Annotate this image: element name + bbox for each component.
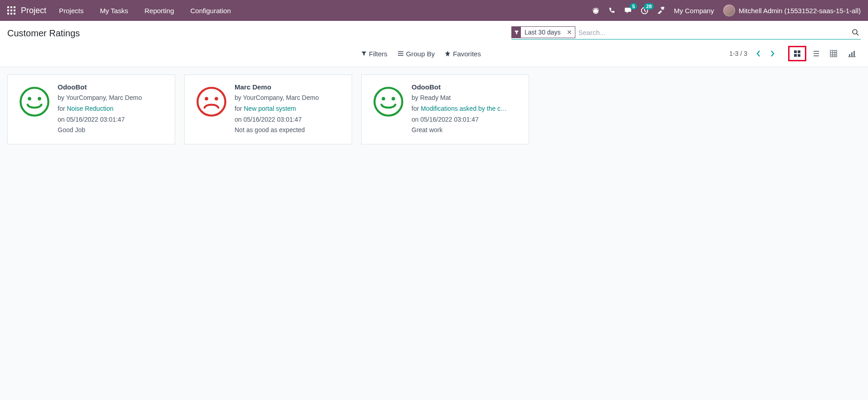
view-graph[interactable] [843,46,861,61]
pager-next[interactable] [765,50,779,57]
app-brand[interactable]: Project [21,6,46,15]
svg-rect-4 [10,10,12,11]
search-bar: Last 30 days ✕ [511,26,861,40]
filter-icon [512,27,521,38]
card-by: by YourCompany, Marc Demo [235,93,343,104]
svg-rect-1 [10,6,12,8]
groupby-button[interactable]: Group By [397,50,435,58]
svg-point-21 [28,97,31,101]
search-filter-tag: Last 30 days ✕ [511,26,575,38]
pager-text[interactable]: 1-3 / 3 [729,50,747,57]
svg-rect-14 [794,54,797,57]
rating-card[interactable]: OdooBot by Ready Mat for Modifications a… [361,74,529,144]
messages-badge: 5 [630,3,637,10]
svg-rect-8 [14,13,15,15]
menu-configuration[interactable]: Configuration [191,7,231,15]
rating-card[interactable]: Marc Demo by YourCompany, Marc Demo for … [184,74,352,144]
view-kanban[interactable] [788,46,806,61]
menu-projects[interactable]: Projects [59,7,83,15]
tools-icon[interactable] [657,7,665,14]
activities-icon[interactable]: 28 [641,7,648,15]
avatar [723,5,735,16]
svg-rect-12 [794,50,797,53]
card-title: OdooBot [412,83,520,91]
menu-my-tasks[interactable]: My Tasks [100,7,128,15]
svg-rect-0 [7,6,9,8]
card-title: Marc Demo [235,83,343,91]
card-comment: Good Job [58,125,167,136]
svg-rect-18 [851,52,853,57]
user-menu[interactable]: Mitchell Admin (15531522-saas-15-1-all) [723,5,861,16]
card-for-link[interactable]: Modifications asked by the c… [421,105,507,112]
svg-rect-15 [798,54,800,57]
filter-tag-label: Last 30 days [521,29,564,36]
filters-button[interactable]: Filters [361,50,387,58]
search-input[interactable] [578,29,850,36]
page-title: Customer Ratings [7,26,80,39]
svg-rect-7 [10,13,12,15]
happy-face-icon [19,86,50,118]
activities-badge: 28 [644,3,654,10]
svg-point-23 [197,88,225,115]
card-date: on 05/16/2022 03:01:47 [58,114,167,125]
kanban-area: OdooBot by YourCompany, Marc Demo for No… [0,67,868,152]
svg-rect-17 [849,54,850,57]
card-date: on 05/16/2022 03:01:47 [412,114,520,125]
main-menu: Projects My Tasks Reporting Configuratio… [59,7,231,15]
svg-point-22 [38,97,41,101]
svg-rect-16 [830,50,837,57]
menu-reporting[interactable]: Reporting [144,7,174,15]
card-comment: Great work [412,125,520,136]
svg-point-26 [374,88,402,115]
filters-label: Filters [369,50,387,58]
svg-rect-13 [798,50,800,53]
rating-card[interactable]: OdooBot by YourCompany, Marc Demo for No… [7,74,175,144]
filter-tag-remove[interactable]: ✕ [564,29,575,36]
pager-prev[interactable] [752,50,765,57]
svg-rect-2 [14,6,15,8]
card-title: OdooBot [58,83,167,91]
svg-point-24 [205,97,208,101]
card-by: by YourCompany, Marc Demo [58,93,167,104]
card-for: for Modifications asked by the c… [412,104,520,114]
svg-point-28 [392,97,395,101]
phone-icon[interactable] [608,7,615,14]
top-nav: Project Projects My Tasks Reporting Conf… [0,0,868,21]
company-selector[interactable]: My Company [674,7,714,15]
favorites-label: Favorites [453,50,481,58]
card-for-link[interactable]: Noise Reduction [67,105,113,112]
view-pivot[interactable] [824,46,843,61]
search-icon[interactable] [850,29,861,36]
svg-rect-5 [14,10,15,11]
svg-point-20 [20,88,48,115]
view-switcher [788,46,861,61]
favorites-button[interactable]: Favorites [445,50,481,58]
card-for-link[interactable]: New portal system [244,105,296,112]
card-comment: Not as good as expected [235,125,343,136]
svg-point-25 [215,97,218,101]
sad-face-icon [196,86,227,118]
card-by: by Ready Mat [412,93,520,104]
groupby-label: Group By [406,50,435,58]
view-list[interactable] [806,46,824,61]
apps-icon[interactable] [7,6,15,15]
card-for: for New portal system [235,104,343,114]
messages-icon[interactable]: 5 [624,7,632,14]
happy-face-icon [373,86,404,118]
svg-rect-6 [7,13,9,15]
svg-point-27 [382,97,385,101]
svg-rect-3 [7,10,9,11]
svg-point-11 [853,30,857,34]
card-for: for Noise Reduction [58,104,167,114]
nav-right: 5 28 My Company Mitchell Admin (15531522… [592,5,861,16]
user-name: Mitchell Admin (15531522-saas-15-1-all) [739,7,861,15]
card-date: on 05/16/2022 03:01:47 [235,114,343,125]
svg-point-9 [594,10,598,13]
control-panel: Customer Ratings Last 30 days ✕ Filters … [0,21,868,67]
debug-icon[interactable] [592,7,599,14]
svg-rect-19 [853,51,855,57]
